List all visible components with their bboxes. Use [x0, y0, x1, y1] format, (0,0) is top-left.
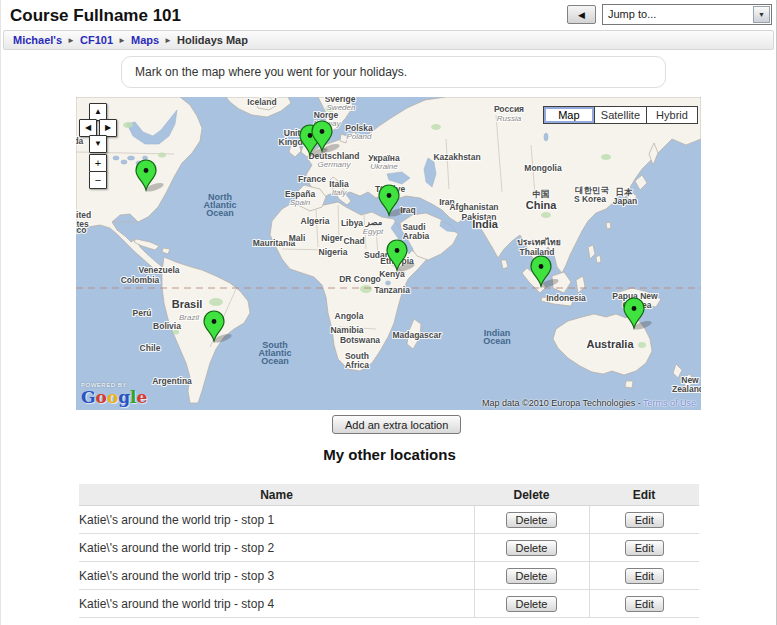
zoom-in-button[interactable]: +: [89, 154, 107, 172]
breadcrumb-separator-icon: ►: [164, 36, 172, 45]
edit-button[interactable]: Edit: [625, 596, 664, 612]
page: Course Fullname 101 ◀ Jump to... ▼ Micha…: [0, 0, 777, 625]
edit-cell: Edit: [589, 562, 699, 590]
delete-button[interactable]: Delete: [506, 568, 558, 584]
breadcrumb: Michael's►CF101►Maps►Holidays Map: [3, 30, 774, 50]
location-name: Katie\'s around the world trip - stop 2: [79, 534, 474, 562]
delete-cell: Delete: [474, 590, 589, 618]
breadcrumb-link[interactable]: Maps: [131, 34, 159, 46]
google-logo-text: Google: [81, 389, 147, 406]
instruction-text: Mark on the map where you went for your …: [135, 65, 407, 79]
edit-button[interactable]: Edit: [625, 568, 664, 584]
arrow-right-icon: ▶: [105, 123, 111, 132]
back-button[interactable]: ◀: [567, 5, 596, 24]
column-header-edit: Edit: [589, 484, 699, 506]
terms-of-use-link[interactable]: Terms of Use: [643, 398, 696, 408]
locations-table-body: Katie\'s around the world trip - stop 1D…: [79, 506, 699, 618]
edit-button[interactable]: Edit: [625, 512, 664, 528]
delete-button[interactable]: Delete: [506, 596, 558, 612]
back-arrow-icon: ◀: [578, 10, 585, 20]
map-type-control: MapSatelliteHybrid: [544, 105, 698, 124]
instruction-box: Mark on the map where you went for your …: [121, 56, 666, 88]
location-name: Katie\'s around the world trip - stop 4: [79, 590, 474, 618]
page-title: Course Fullname 101: [10, 6, 181, 26]
map-type-map-button[interactable]: Map: [543, 106, 595, 124]
edit-cell: Edit: [589, 590, 699, 618]
delete-cell: Delete: [474, 534, 589, 562]
column-header-delete: Delete: [474, 484, 589, 506]
breadcrumb-link[interactable]: Michael's: [13, 34, 62, 46]
google-logo[interactable]: POWERED BY Google: [81, 382, 147, 406]
edit-cell: Edit: [589, 506, 699, 534]
delete-button[interactable]: Delete: [506, 540, 558, 556]
add-extra-location-button[interactable]: Add an extra location: [332, 415, 461, 434]
table-row: Katie\'s around the world trip - stop 3D…: [79, 562, 699, 590]
arrow-up-icon: ▲: [94, 107, 102, 116]
edit-cell: Edit: [589, 534, 699, 562]
map-type-satellite-button[interactable]: Satellite: [594, 106, 647, 124]
breadcrumb-separator-icon: ►: [118, 36, 126, 45]
edit-button[interactable]: Edit: [625, 540, 664, 556]
table-row: Katie\'s around the world trip - stop 1D…: [79, 506, 699, 534]
column-header-name: Name: [79, 484, 474, 506]
jump-to-select[interactable]: Jump to... ▼: [602, 4, 772, 25]
pan-down-button[interactable]: ▼: [89, 135, 107, 153]
location-name: Katie\'s around the world trip - stop 3: [79, 562, 474, 590]
jump-to-value: Jump to...: [608, 8, 656, 20]
breadcrumb-current: Holidays Map: [177, 34, 248, 46]
attribution-text: Map data ©2010 Europa Technologies -: [482, 398, 643, 408]
map-type-hybrid-button[interactable]: Hybrid: [646, 106, 698, 124]
map-canvas[interactable]: CanadaIcelandSverigeSwedenNorgeNorwayUni…: [76, 97, 701, 410]
location-name: Katie\'s around the world trip - stop 1: [79, 506, 474, 534]
arrow-down-icon: ▼: [94, 139, 102, 148]
breadcrumb-separator-icon: ►: [67, 36, 75, 45]
table-row: Katie\'s around the world trip - stop 2D…: [79, 534, 699, 562]
dropdown-arrow-icon: ▼: [753, 6, 770, 23]
arrow-left-icon: ◀: [85, 123, 91, 132]
delete-cell: Delete: [474, 506, 589, 534]
locations-table: Name Delete Edit Katie\'s around the wor…: [79, 484, 699, 618]
map-attribution: Map data ©2010 Europa Technologies - Ter…: [482, 398, 696, 408]
zoom-out-button[interactable]: −: [89, 171, 107, 189]
breadcrumb-link[interactable]: CF101: [80, 34, 113, 46]
plus-icon: +: [95, 157, 101, 169]
minus-icon: −: [95, 174, 101, 186]
delete-button[interactable]: Delete: [506, 512, 558, 528]
delete-cell: Delete: [474, 562, 589, 590]
table-row: Katie\'s around the world trip - stop 4D…: [79, 590, 699, 618]
table-header-row: Name Delete Edit: [79, 484, 699, 506]
locations-heading: My other locations: [1, 446, 777, 463]
